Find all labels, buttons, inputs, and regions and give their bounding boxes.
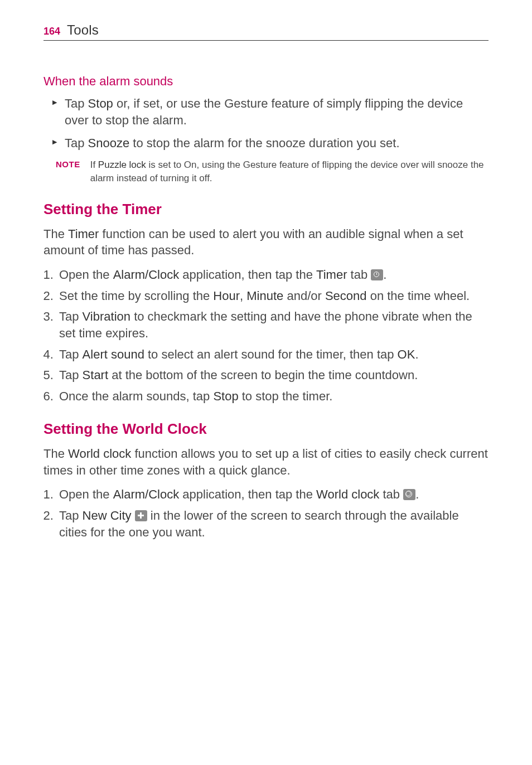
bold-text: Puzzle lock [98,159,146,170]
text: is set to On, using the Gesture feature … [90,159,484,183]
list-item: Tap Snooze to stop the alarm for the sno… [65,135,489,152]
world-clock-icon [403,489,415,500]
text: . [415,487,419,501]
intro-paragraph: The Timer function can be used to alert … [43,226,489,259]
text: If [90,159,98,170]
text: and/or [283,289,325,303]
text: Open the [59,487,113,501]
text: application, then tap the [179,268,316,282]
bold-text: Alarm/Clock [113,268,180,282]
list-item: Tap Start at the bottom of the screen to… [57,367,489,384]
page-header: 164 Tools [43,22,489,41]
bold-text: Timer [68,227,99,241]
text: The [43,447,68,461]
list-item: Tap New City in the lower of the screen … [57,507,489,540]
chapter-title: Tools [67,22,99,38]
bold-text: World clock [316,487,379,501]
text: Set the time by scrolling the [59,289,213,303]
bold-text: World clock [68,447,131,461]
text: or, if set, or use the Gesture feature o… [65,96,463,127]
text: Tap [65,136,88,150]
page-number: 164 [43,26,60,37]
subheading-alarm-sounds: When the alarm sounds [43,74,489,89]
bold-text: Timer [316,268,347,282]
note-block: NOTE If Puzzle lock is set to On, using … [56,158,489,185]
note-label: NOTE [56,158,80,185]
text: to stop the timer. [239,389,333,403]
steps-list-world-clock: Open the Alarm/Clock application, then t… [43,486,489,540]
note-text: If Puzzle lock is set to On, using the G… [90,158,489,185]
list-item: Tap Vibration to checkmark the setting a… [57,308,489,341]
bold-text: Minute [246,289,283,303]
list-item: Set the time by scrolling the Hour, Minu… [57,288,489,304]
text: . [383,268,386,282]
text: The [43,227,68,241]
bold-text: Alarm/Clock [113,487,180,501]
bold-text: Stop [213,389,238,403]
text: , [240,289,246,303]
text: at the bottom of the screen to begin the… [108,368,418,382]
bold-text: Second [325,289,367,303]
bold-text: Start [83,368,108,382]
bold-text: New City [83,509,132,522]
text: Tap [59,368,83,382]
text: to select an alert sound for the timer, … [144,347,398,361]
timer-icon [371,269,383,280]
text: Tap [65,96,88,110]
text: on the time wheel. [367,289,470,303]
text: Once the alarm sounds, tap [59,389,213,403]
list-item: Open the Alarm/Clock application, then t… [57,267,489,283]
text: tab [347,268,371,282]
list-item: Once the alarm sounds, tap Stop to stop … [57,388,489,405]
list-item: Open the Alarm/Clock application, then t… [57,486,489,503]
bold-text: Stop [88,96,113,110]
section-heading-timer: Setting the Timer [43,201,489,218]
list-item: Tap Alert sound to select an alert sound… [57,346,489,363]
steps-list-timer: Open the Alarm/Clock application, then t… [43,267,489,405]
bold-text: Alert sound [83,347,144,361]
bold-text: Hour [213,289,240,303]
intro-paragraph: The World clock function allows you to s… [43,446,489,478]
bold-text: Snooze [88,136,130,150]
list-item: Tap Stop or, if set, or use the Gesture … [65,95,489,128]
text: Tap [59,347,83,361]
section-heading-world-clock: Setting the World Clock [43,420,489,438]
bold-text: OK [398,347,415,361]
bold-text: Vibration [83,309,130,323]
text: Tap [59,509,83,522]
text [132,509,135,522]
document-page: 164 Tools When the alarm sounds Tap Stop… [0,0,532,582]
text: application, then tap the [179,487,316,501]
text: tab [379,487,403,501]
text: Tap [59,309,83,323]
text: . [415,347,418,361]
text: function can be used to alert you with a… [43,227,463,258]
text: to stop the alarm for the snooze duratio… [129,136,399,150]
plus-icon [135,510,147,521]
bullet-list: Tap Stop or, if set, or use the Gesture … [43,95,489,152]
text: Open the [59,268,113,282]
